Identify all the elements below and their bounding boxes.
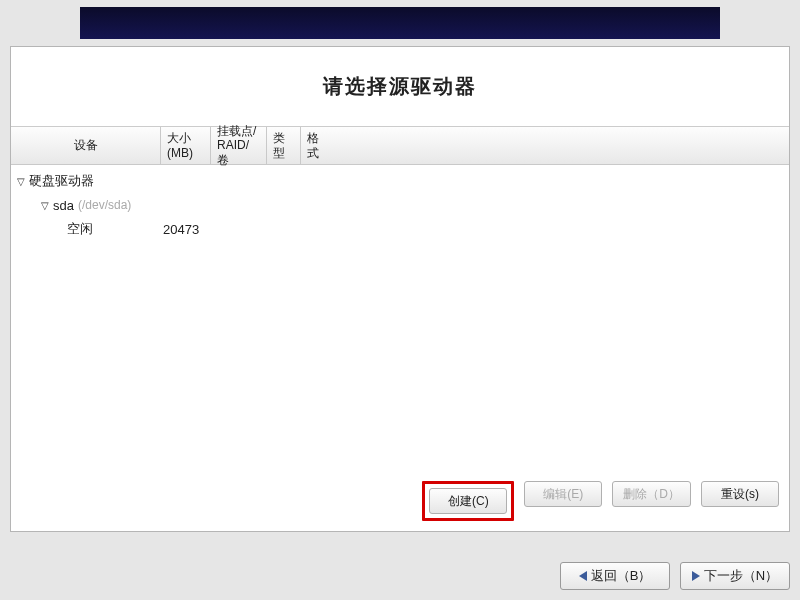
edit-button: 编辑(E) [524,481,602,507]
col-header-type-label: 类型 [273,131,294,160]
expand-icon[interactable]: ▽ [17,176,29,187]
col-header-device-label: 设备 [74,138,98,152]
arrow-right-icon [692,571,700,581]
page-title: 请选择源驱动器 [323,73,477,100]
col-header-size-l1: 大小 [167,131,191,145]
edit-button-label: 编辑(E) [543,486,583,503]
reset-button-label: 重设(s) [721,486,759,503]
delete-button-label: 删除（D） [623,486,680,503]
create-highlight: 创建(C) [422,481,514,521]
tree-root-label: 硬盘驱动器 [29,172,94,190]
delete-button: 删除（D） [612,481,691,507]
tree-free-size: 20473 [161,222,211,237]
col-header-device[interactable]: 设备 [11,127,161,164]
col-header-type[interactable]: 类型 [267,127,301,164]
col-header-size-l2: (MB) [167,146,193,160]
create-button[interactable]: 创建(C) [429,488,507,514]
expand-icon[interactable]: ▽ [41,200,53,211]
main-panel: 请选择源驱动器 设备 大小 (MB) 挂载点/ RAID/卷 类型 格式 ▽ 硬… [10,46,790,532]
tree-drive-name: sda [53,198,74,213]
col-header-format-label: 格式 [307,131,329,160]
tree-drive-path: (/dev/sda) [78,198,131,212]
tree-row-root[interactable]: ▽ 硬盘驱动器 [11,169,789,193]
next-button[interactable]: 下一步（N） [680,562,790,590]
col-header-size[interactable]: 大小 (MB) [161,127,211,164]
reset-button[interactable]: 重设(s) [701,481,779,507]
device-tree: ▽ 硬盘驱动器 ▽ sda (/dev/sda) 空闲 20473 [11,165,789,245]
back-button[interactable]: 返回（B） [560,562,670,590]
back-button-label: 返回（B） [591,567,652,585]
tree-free-label: 空闲 [67,220,93,238]
col-header-mount-l2: RAID/卷 [217,138,260,167]
next-button-label: 下一步（N） [704,567,778,585]
top-banner [80,7,720,39]
col-header-mount-l1: 挂载点/ [217,124,256,138]
col-header-mount[interactable]: 挂载点/ RAID/卷 [211,127,267,164]
create-button-label: 创建(C) [448,493,489,510]
tree-row-free[interactable]: 空闲 20473 [11,217,789,241]
col-header-format[interactable]: 格式 [301,127,335,164]
tree-row-drive[interactable]: ▽ sda (/dev/sda) [11,193,789,217]
table-header: 设备 大小 (MB) 挂载点/ RAID/卷 类型 格式 [11,127,789,165]
action-row: 创建(C) 编辑(E) 删除（D） 重设(s) [21,481,779,521]
nav-row: 返回（B） 下一步（N） [560,562,790,590]
arrow-left-icon [579,571,587,581]
title-area: 请选择源驱动器 [11,47,789,127]
